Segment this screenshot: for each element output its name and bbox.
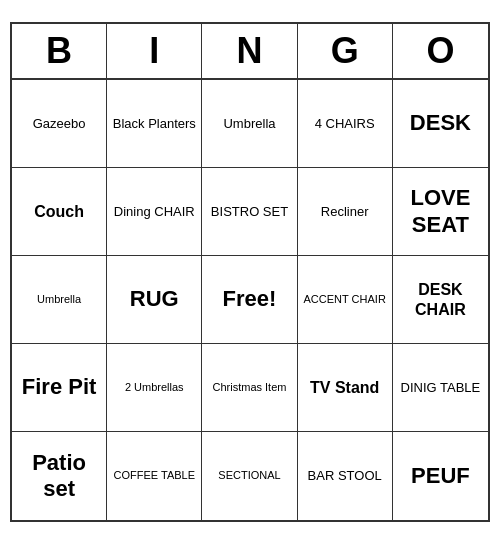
bingo-header: BINGO bbox=[12, 24, 488, 80]
cell-12: Free! bbox=[202, 256, 297, 344]
cell-20: Patio set bbox=[12, 432, 107, 520]
cell-16: 2 Umbrellas bbox=[107, 344, 202, 432]
header-G: G bbox=[298, 24, 393, 78]
bingo-card: BINGO GazeeboBlack PlantersUmbrella4 CHA… bbox=[10, 22, 490, 522]
cell-14: DESK CHAIR bbox=[393, 256, 488, 344]
bingo-grid: GazeeboBlack PlantersUmbrella4 CHAIRSDES… bbox=[12, 80, 488, 520]
cell-0: Gazeebo bbox=[12, 80, 107, 168]
cell-15: Fire Pit bbox=[12, 344, 107, 432]
cell-2: Umbrella bbox=[202, 80, 297, 168]
cell-6: Dining CHAIR bbox=[107, 168, 202, 256]
cell-21: COFFEE TABLE bbox=[107, 432, 202, 520]
header-O: O bbox=[393, 24, 488, 78]
cell-5: Couch bbox=[12, 168, 107, 256]
cell-22: SECTIONAL bbox=[202, 432, 297, 520]
cell-10: Umbrella bbox=[12, 256, 107, 344]
cell-11: RUG bbox=[107, 256, 202, 344]
cell-18: TV Stand bbox=[298, 344, 393, 432]
cell-13: ACCENT CHAIR bbox=[298, 256, 393, 344]
cell-1: Black Planters bbox=[107, 80, 202, 168]
cell-24: PEUF bbox=[393, 432, 488, 520]
cell-9: LOVE SEAT bbox=[393, 168, 488, 256]
cell-8: Recliner bbox=[298, 168, 393, 256]
cell-4: DESK bbox=[393, 80, 488, 168]
cell-3: 4 CHAIRS bbox=[298, 80, 393, 168]
header-I: I bbox=[107, 24, 202, 78]
cell-19: DINIG TABLE bbox=[393, 344, 488, 432]
cell-23: BAR STOOL bbox=[298, 432, 393, 520]
cell-17: Christmas Item bbox=[202, 344, 297, 432]
header-N: N bbox=[202, 24, 297, 78]
cell-7: BISTRO SET bbox=[202, 168, 297, 256]
header-B: B bbox=[12, 24, 107, 78]
